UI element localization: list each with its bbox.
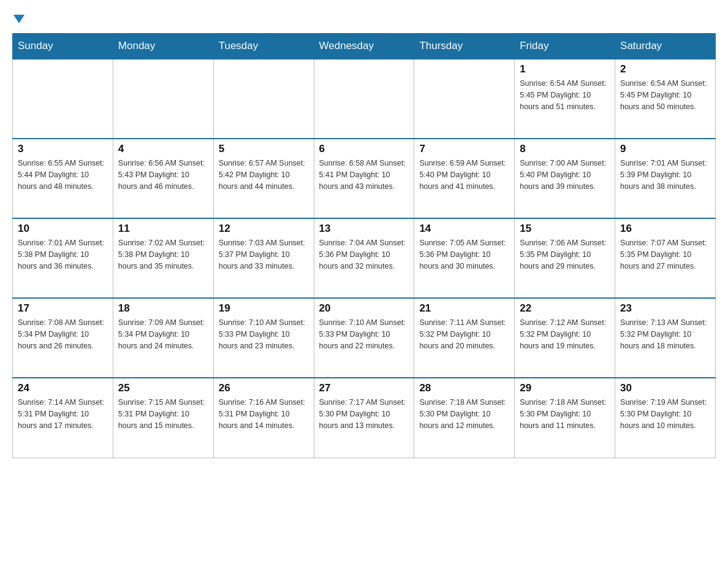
day-number: 3 xyxy=(18,143,108,155)
calendar-cell: 29Sunrise: 7:18 AM Sunset: 5:30 PM Dayli… xyxy=(515,378,615,458)
day-number: 12 xyxy=(219,223,309,235)
day-number: 2 xyxy=(620,63,710,75)
header xyxy=(12,12,716,23)
day-info: Sunrise: 6:54 AM Sunset: 5:45 PM Dayligh… xyxy=(520,78,610,112)
day-info: Sunrise: 6:57 AM Sunset: 5:42 PM Dayligh… xyxy=(219,158,309,192)
calendar-cell: 6Sunrise: 6:58 AM Sunset: 5:41 PM Daylig… xyxy=(314,139,414,218)
week-row-5: 24Sunrise: 7:14 AM Sunset: 5:31 PM Dayli… xyxy=(13,378,716,458)
day-number: 21 xyxy=(419,302,509,315)
calendar-cell: 14Sunrise: 7:05 AM Sunset: 5:36 PM Dayli… xyxy=(414,218,515,298)
day-info: Sunrise: 6:58 AM Sunset: 5:41 PM Dayligh… xyxy=(319,158,409,192)
day-header-sunday: Sunday xyxy=(13,34,113,59)
day-number: 7 xyxy=(419,143,509,155)
day-info: Sunrise: 7:16 AM Sunset: 5:31 PM Dayligh… xyxy=(219,397,309,431)
day-info: Sunrise: 7:14 AM Sunset: 5:31 PM Dayligh… xyxy=(18,397,108,431)
calendar-cell: 11Sunrise: 7:02 AM Sunset: 5:38 PM Dayli… xyxy=(113,218,213,298)
calendar-cell: 21Sunrise: 7:11 AM Sunset: 5:32 PM Dayli… xyxy=(414,298,515,378)
day-header-friday: Friday xyxy=(515,34,615,59)
day-number: 18 xyxy=(118,302,208,315)
day-header-tuesday: Tuesday xyxy=(213,34,314,59)
day-number: 19 xyxy=(219,302,309,315)
day-number: 26 xyxy=(219,382,309,394)
calendar-cell: 8Sunrise: 7:00 AM Sunset: 5:40 PM Daylig… xyxy=(515,139,615,218)
day-info: Sunrise: 7:10 AM Sunset: 5:33 PM Dayligh… xyxy=(219,317,309,351)
calendar-cell: 24Sunrise: 7:14 AM Sunset: 5:31 PM Dayli… xyxy=(13,378,113,458)
days-header-row: SundayMondayTuesdayWednesdayThursdayFrid… xyxy=(13,34,716,59)
day-header-wednesday: Wednesday xyxy=(314,34,414,59)
day-number: 8 xyxy=(520,143,610,155)
calendar-cell xyxy=(414,59,515,139)
day-info: Sunrise: 7:06 AM Sunset: 5:35 PM Dayligh… xyxy=(520,237,610,272)
day-number: 17 xyxy=(18,302,108,315)
calendar-cell: 12Sunrise: 7:03 AM Sunset: 5:37 PM Dayli… xyxy=(213,218,314,298)
week-row-1: 1Sunrise: 6:54 AM Sunset: 5:45 PM Daylig… xyxy=(13,59,716,139)
day-info: Sunrise: 7:11 AM Sunset: 5:32 PM Dayligh… xyxy=(419,317,509,351)
day-number: 14 xyxy=(419,223,509,235)
calendar-cell: 19Sunrise: 7:10 AM Sunset: 5:33 PM Dayli… xyxy=(213,298,314,378)
calendar-cell xyxy=(13,59,113,139)
day-info: Sunrise: 7:01 AM Sunset: 5:38 PM Dayligh… xyxy=(18,237,108,272)
calendar-cell: 1Sunrise: 6:54 AM Sunset: 5:45 PM Daylig… xyxy=(515,59,615,139)
day-number: 28 xyxy=(419,382,509,394)
day-number: 20 xyxy=(319,302,409,315)
day-number: 5 xyxy=(219,143,309,155)
day-number: 15 xyxy=(520,223,610,235)
day-info: Sunrise: 7:07 AM Sunset: 5:35 PM Dayligh… xyxy=(620,237,710,272)
calendar-cell: 17Sunrise: 7:08 AM Sunset: 5:34 PM Dayli… xyxy=(13,298,113,378)
day-header-saturday: Saturday xyxy=(615,34,716,59)
logo xyxy=(12,12,25,23)
day-number: 16 xyxy=(620,223,710,235)
day-number: 13 xyxy=(319,223,409,235)
day-info: Sunrise: 7:02 AM Sunset: 5:38 PM Dayligh… xyxy=(118,237,208,272)
day-info: Sunrise: 7:03 AM Sunset: 5:37 PM Dayligh… xyxy=(219,237,309,272)
day-info: Sunrise: 7:19 AM Sunset: 5:30 PM Dayligh… xyxy=(620,397,710,431)
day-info: Sunrise: 7:04 AM Sunset: 5:36 PM Dayligh… xyxy=(319,237,409,272)
day-info: Sunrise: 7:17 AM Sunset: 5:30 PM Dayligh… xyxy=(319,397,409,431)
day-info: Sunrise: 7:18 AM Sunset: 5:30 PM Dayligh… xyxy=(419,397,509,431)
day-info: Sunrise: 7:13 AM Sunset: 5:32 PM Dayligh… xyxy=(620,317,710,351)
calendar-cell xyxy=(113,59,213,139)
calendar-cell: 3Sunrise: 6:55 AM Sunset: 5:44 PM Daylig… xyxy=(13,139,113,218)
calendar-cell xyxy=(213,59,314,139)
day-number: 10 xyxy=(18,223,108,235)
day-info: Sunrise: 7:01 AM Sunset: 5:39 PM Dayligh… xyxy=(620,158,710,192)
day-header-thursday: Thursday xyxy=(414,34,515,59)
day-number: 11 xyxy=(118,223,208,235)
calendar-cell: 26Sunrise: 7:16 AM Sunset: 5:31 PM Dayli… xyxy=(213,378,314,458)
calendar-cell: 25Sunrise: 7:15 AM Sunset: 5:31 PM Dayli… xyxy=(113,378,213,458)
day-number: 24 xyxy=(18,382,108,394)
day-number: 4 xyxy=(118,143,208,155)
calendar-cell: 4Sunrise: 6:56 AM Sunset: 5:43 PM Daylig… xyxy=(113,139,213,218)
calendar-cell: 9Sunrise: 7:01 AM Sunset: 5:39 PM Daylig… xyxy=(615,139,716,218)
week-row-2: 3Sunrise: 6:55 AM Sunset: 5:44 PM Daylig… xyxy=(13,139,716,218)
day-info: Sunrise: 6:59 AM Sunset: 5:40 PM Dayligh… xyxy=(419,158,509,192)
day-info: Sunrise: 7:18 AM Sunset: 5:30 PM Dayligh… xyxy=(520,397,610,431)
day-info: Sunrise: 7:09 AM Sunset: 5:34 PM Dayligh… xyxy=(118,317,208,351)
week-row-4: 17Sunrise: 7:08 AM Sunset: 5:34 PM Dayli… xyxy=(13,298,716,378)
calendar: SundayMondayTuesdayWednesdayThursdayFrid… xyxy=(12,33,716,458)
day-header-monday: Monday xyxy=(113,34,213,59)
day-info: Sunrise: 6:54 AM Sunset: 5:45 PM Dayligh… xyxy=(620,78,710,112)
day-number: 6 xyxy=(319,143,409,155)
calendar-cell: 30Sunrise: 7:19 AM Sunset: 5:30 PM Dayli… xyxy=(615,378,716,458)
calendar-cell: 18Sunrise: 7:09 AM Sunset: 5:34 PM Dayli… xyxy=(113,298,213,378)
day-number: 30 xyxy=(620,382,710,394)
day-number: 27 xyxy=(319,382,409,394)
calendar-cell: 10Sunrise: 7:01 AM Sunset: 5:38 PM Dayli… xyxy=(13,218,113,298)
calendar-cell: 2Sunrise: 6:54 AM Sunset: 5:45 PM Daylig… xyxy=(615,59,716,139)
calendar-cell: 20Sunrise: 7:10 AM Sunset: 5:33 PM Dayli… xyxy=(314,298,414,378)
day-info: Sunrise: 6:55 AM Sunset: 5:44 PM Dayligh… xyxy=(18,158,108,192)
day-number: 29 xyxy=(520,382,610,394)
day-number: 22 xyxy=(520,302,610,315)
calendar-cell: 15Sunrise: 7:06 AM Sunset: 5:35 PM Dayli… xyxy=(515,218,615,298)
week-row-3: 10Sunrise: 7:01 AM Sunset: 5:38 PM Dayli… xyxy=(13,218,716,298)
calendar-cell: 22Sunrise: 7:12 AM Sunset: 5:32 PM Dayli… xyxy=(515,298,615,378)
day-info: Sunrise: 7:08 AM Sunset: 5:34 PM Dayligh… xyxy=(18,317,108,351)
calendar-cell xyxy=(314,59,414,139)
day-number: 25 xyxy=(118,382,208,394)
calendar-cell: 16Sunrise: 7:07 AM Sunset: 5:35 PM Dayli… xyxy=(615,218,716,298)
day-number: 23 xyxy=(620,302,710,315)
calendar-cell: 27Sunrise: 7:17 AM Sunset: 5:30 PM Dayli… xyxy=(314,378,414,458)
calendar-cell: 13Sunrise: 7:04 AM Sunset: 5:36 PM Dayli… xyxy=(314,218,414,298)
day-info: Sunrise: 7:12 AM Sunset: 5:32 PM Dayligh… xyxy=(520,317,610,351)
